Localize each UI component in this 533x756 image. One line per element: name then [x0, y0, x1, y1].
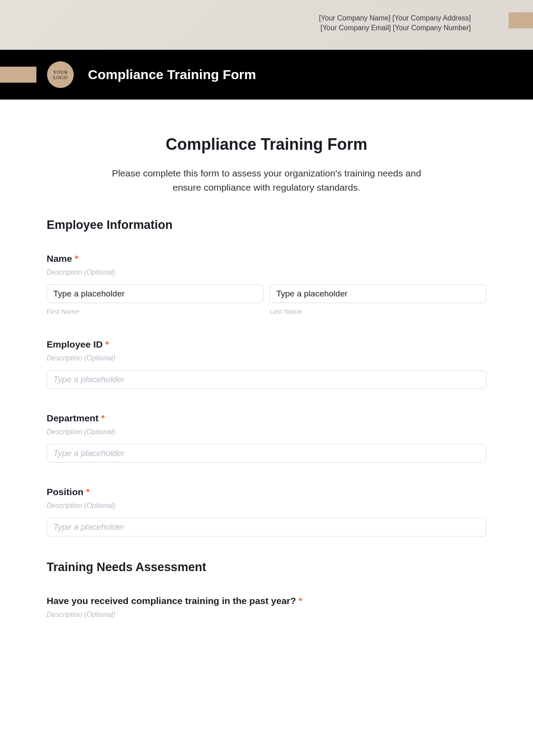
- department-description[interactable]: Description (Optional): [47, 428, 486, 436]
- title-bar: YOUR LOGO Compliance Training Form: [0, 50, 533, 100]
- logo-placeholder: YOUR LOGO: [47, 61, 74, 88]
- required-icon: *: [298, 596, 302, 606]
- top-banner: [Your Company Name] [Your Company Addres…: [0, 0, 533, 50]
- first-name-sublabel: First Name: [47, 308, 263, 315]
- employee-id-label-text: Employee ID: [47, 339, 103, 349]
- employee-id-label: Employee ID *: [47, 339, 486, 350]
- logo-text-2: LOGO: [53, 75, 68, 80]
- company-line-1: [Your Company Name] [Your Company Addres…: [0, 13, 471, 23]
- form-content: Compliance Training Form Please complete…: [0, 100, 533, 644]
- name-description[interactable]: Description (Optional): [47, 268, 486, 276]
- form-title: Compliance Training Form: [47, 135, 486, 154]
- section-training-needs: Training Needs Assessment: [47, 560, 486, 574]
- training-q-label-text: Have you received compliance training in…: [47, 596, 296, 606]
- first-name-input[interactable]: [47, 284, 263, 303]
- section-employee-info: Employee Information: [47, 218, 486, 232]
- last-name-input[interactable]: [270, 284, 486, 303]
- company-meta: [Your Company Name] [Your Company Addres…: [0, 13, 471, 33]
- logo-text-1: YOUR: [53, 69, 68, 75]
- employee-id-input[interactable]: [47, 370, 486, 389]
- required-icon: *: [101, 413, 105, 423]
- department-label-text: Department: [47, 413, 99, 423]
- name-label: Name *: [47, 253, 486, 264]
- position-label: Position *: [47, 487, 486, 497]
- field-department: Department * Description (Optional): [47, 413, 486, 463]
- training-q-description[interactable]: Description (Optional): [47, 611, 486, 619]
- form-intro: Please complete this form to assess your…: [98, 166, 435, 194]
- field-name: Name * Description (Optional) First Name…: [47, 253, 486, 315]
- name-label-text: Name: [47, 253, 72, 264]
- field-position: Position * Description (Optional): [47, 487, 486, 536]
- required-icon: *: [75, 253, 78, 264]
- last-name-sublabel: Last Name: [270, 308, 486, 315]
- required-icon: *: [105, 339, 109, 349]
- company-line-2: [Your Company Email] [Your Company Numbe…: [0, 23, 471, 33]
- employee-id-description[interactable]: Description (Optional): [47, 354, 486, 362]
- accent-right: [509, 12, 533, 28]
- field-training-past-year: Have you received compliance training in…: [47, 596, 486, 619]
- department-label: Department *: [47, 413, 486, 424]
- position-description[interactable]: Description (Optional): [47, 502, 486, 510]
- field-employee-id: Employee ID * Description (Optional): [47, 339, 486, 389]
- bar-title: Compliance Training Form: [88, 67, 256, 82]
- required-icon: *: [86, 487, 90, 497]
- training-q-label: Have you received compliance training in…: [47, 596, 486, 606]
- position-input[interactable]: [47, 518, 486, 536]
- position-label-text: Position: [47, 487, 84, 497]
- department-input[interactable]: [47, 444, 486, 463]
- accent-left: [0, 67, 36, 83]
